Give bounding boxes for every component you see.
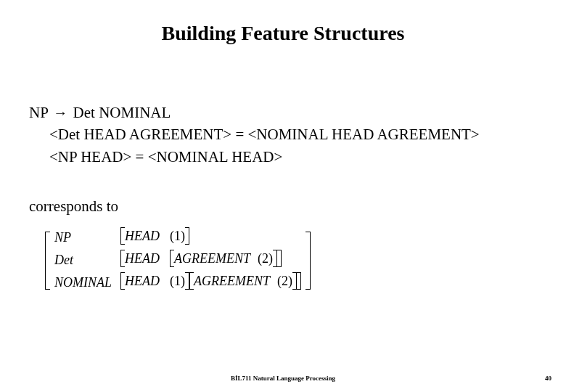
row-value: HEAD (1) AGREEMENT (2) (116, 271, 305, 294)
constraint-2: <NP HEAD> = <NOMINAL HEAD> (29, 146, 551, 168)
matrix-row: Det HEAD AGREEMENT (2) (50, 249, 305, 271)
outer-left-bracket (45, 232, 50, 290)
grammar-rule: NP → Det NOMINAL (29, 102, 551, 123)
arrow-icon: → (52, 102, 69, 123)
footer-course: BİL711 Natural Language Processing (0, 375, 566, 382)
content-block: NP → Det NOMINAL <Det HEAD AGREEMENT> = … (29, 102, 551, 168)
matrix-row: NOMINAL HEAD (1) AGREEMENT (50, 271, 305, 294)
matrix-table: NP HEAD (1) Det (50, 226, 305, 294)
row-value: HEAD (1) (116, 226, 305, 249)
matrix-row: NP HEAD (1) (50, 226, 305, 249)
slide: Building Feature Structures NP → Det NOM… (0, 0, 566, 392)
constraint-1: <Det HEAD AGREEMENT> = <NOMINAL HEAD AGR… (29, 123, 551, 145)
feature-structure-matrix: NP HEAD (1) Det (45, 226, 311, 294)
row-label: Det (50, 249, 116, 271)
rule-lhs: NP (29, 104, 48, 121)
row-label: NP (50, 226, 116, 249)
row-value: HEAD AGREEMENT (2) (116, 249, 305, 271)
row-label: NOMINAL (50, 271, 116, 294)
corresponds-label: corresponds to (29, 197, 118, 216)
rule-rhs: Det NOMINAL (73, 104, 171, 121)
footer-page-number: 40 (545, 375, 551, 382)
slide-title: Building Feature Structures (0, 22, 566, 45)
outer-right-bracket (305, 232, 311, 290)
